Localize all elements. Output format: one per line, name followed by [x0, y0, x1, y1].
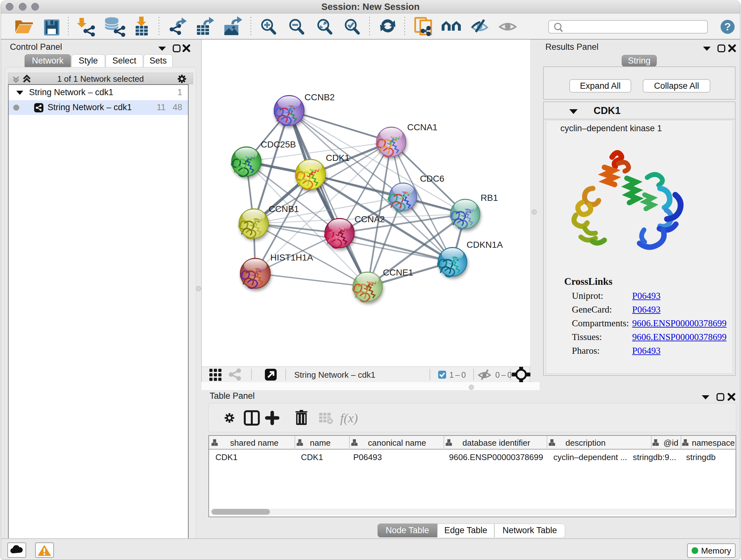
- svg-text:CDKN1A: CDKN1A: [467, 240, 503, 250]
- svg-text:stringdb:9...: stringdb:9...: [633, 452, 676, 462]
- svg-text:description: description: [565, 438, 606, 448]
- svg-text:@id: @id: [664, 438, 678, 448]
- svg-text:CDK1: CDK1: [301, 452, 323, 462]
- svg-text:namespace: namespace: [692, 438, 735, 448]
- svg-text:CDC25B: CDC25B: [261, 139, 296, 149]
- svg-text:CDK1: CDK1: [326, 153, 350, 163]
- svg-text:CCNE1: CCNE1: [383, 267, 413, 277]
- svg-text:CDC6: CDC6: [420, 174, 444, 184]
- svg-text:RB1: RB1: [481, 193, 498, 203]
- svg-text:CCNB1: CCNB1: [269, 204, 299, 214]
- svg-text:stringdb: stringdb: [686, 452, 716, 462]
- svg-text:shared name: shared name: [230, 438, 279, 448]
- svg-text:CDK1: CDK1: [215, 452, 238, 462]
- svg-text:CCNB2: CCNB2: [305, 92, 335, 102]
- svg-text:database identifier: database identifier: [462, 438, 530, 448]
- svg-text:f(x): f(x): [340, 411, 358, 425]
- svg-text:CCNA1: CCNA1: [407, 122, 437, 132]
- svg-text:name: name: [310, 438, 331, 448]
- svg-text:?: ?: [724, 20, 731, 33]
- svg-text:HIST1H1A: HIST1H1A: [270, 253, 313, 262]
- svg-text:CCNA2: CCNA2: [354, 214, 385, 224]
- svg-text:canonical name: canonical name: [368, 438, 426, 448]
- svg-text:P06493: P06493: [353, 452, 382, 462]
- svg-text:9606.ENSP00000378699: 9606.ENSP00000378699: [449, 452, 543, 462]
- svg-text:cyclin–dependent ...: cyclin–dependent ...: [553, 452, 627, 462]
